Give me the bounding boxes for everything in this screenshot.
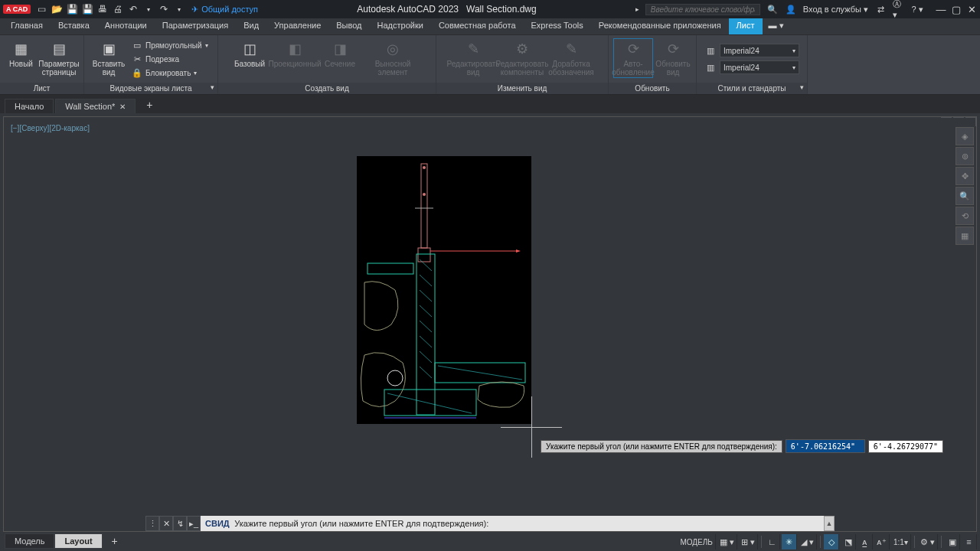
style1-select[interactable]: Imperial24▾: [720, 44, 799, 57]
svg-line-19: [420, 367, 432, 378]
customize-icon[interactable]: ≡: [962, 534, 977, 549]
filetab-start[interactable]: Начало: [5, 99, 54, 113]
nav-bar: ◈ ⊚ ✥ 🔍 ⟲ ▦: [956, 127, 974, 245]
style1-icon: ▥: [704, 44, 717, 57]
cmd-handle-icon[interactable]: ⋮: [145, 516, 159, 531]
help-icon[interactable]: ? ▾: [911, 3, 923, 15]
model-tab[interactable]: Модель: [5, 533, 54, 549]
drawing-area[interactable]: — ▢ ✕ [−][Сверху][2D-каркас]: [3, 116, 977, 532]
layout-tab[interactable]: Layout: [54, 533, 102, 549]
command-line[interactable]: ⋮ ✕ ↯ ▸_ СВИД Укажите первый угол (или н…: [145, 516, 835, 531]
tab-output[interactable]: Вывод: [328, 18, 369, 34]
plot-icon[interactable]: 🖶: [96, 3, 109, 15]
cmd-custom-icon[interactable]: ↯: [173, 516, 187, 531]
zoom-icon[interactable]: 🔍: [956, 187, 974, 205]
tab-annotate[interactable]: Аннотации: [97, 18, 155, 34]
exchange-icon[interactable]: ⇄: [874, 3, 887, 15]
cmd-history-icon[interactable]: ▲: [824, 516, 835, 531]
base-view-button[interactable]: ◫ Базовый: [230, 38, 270, 68]
edit-comp-icon: ⚙: [511, 40, 533, 58]
minimize-button[interactable]: —: [936, 4, 946, 15]
tab-extra[interactable]: ▬ ▾: [763, 18, 790, 34]
tab-collaborate[interactable]: Совместная работа: [431, 18, 524, 34]
rectangular-viewport-button[interactable]: ▭ Прямоугольный ▾: [130, 38, 210, 52]
svg-rect-10: [384, 390, 476, 416]
new-layout-button[interactable]: ▦ Новый: [5, 38, 38, 68]
chevron-down-icon[interactable]: ▾: [142, 3, 155, 15]
page-setup-button[interactable]: ▤ Параметры страницы: [39, 38, 79, 77]
update-view-button: ⟳ Обновить вид: [655, 38, 691, 77]
style2-select[interactable]: Imperial24▾: [720, 60, 799, 74]
new-icon[interactable]: ▭: [35, 3, 47, 15]
scale-button[interactable]: 1:1 ▾: [891, 534, 911, 549]
title: Autodesk AutoCAD 2023 Wall Section.dwg: [258, 4, 635, 15]
open-icon[interactable]: 📂: [51, 3, 63, 15]
expand-icon[interactable]: ▾: [211, 83, 214, 93]
dyn-x-input[interactable]: 6'-7.06216254": [786, 439, 865, 453]
search-arrow-icon: ▸: [635, 5, 639, 13]
space-toggle[interactable]: МОДЕЛЬ: [678, 534, 715, 549]
chevron-down-icon: ▾: [194, 70, 197, 77]
status-bar: МОДЕЛЬ ▦ ▾ ⊞ ▾ ∟ ✳ ◢ ▾ ◇ ⬔ ᴀ̲ ᴀ⁺ 1:1 ▾ ⚙…: [675, 533, 980, 551]
signin-button[interactable]: Вход в службы ▾: [803, 5, 868, 15]
search-icon[interactable]: 🔍: [766, 3, 779, 15]
undo-icon[interactable]: ↶: [127, 3, 139, 15]
add-layout-tab[interactable]: +: [103, 533, 127, 549]
grid-icon[interactable]: ▦ ▾: [717, 534, 737, 549]
app-store-icon[interactable]: Ⓐ ▾: [893, 3, 905, 15]
snap-icon[interactable]: ⊞ ▾: [739, 534, 758, 549]
pan-icon[interactable]: ✥: [956, 167, 974, 185]
save-icon[interactable]: 💾: [66, 3, 78, 15]
chevron-down-icon[interactable]: ▾: [173, 3, 185, 15]
navwheel-icon[interactable]: ⊚: [956, 147, 974, 165]
saveas-icon[interactable]: 💾: [81, 3, 93, 15]
dyn-prompt-text: Укажите первый угол (или нажмите ENTER д…: [541, 440, 782, 453]
filetab-add[interactable]: +: [137, 96, 162, 113]
close-tab-icon[interactable]: ✕: [119, 103, 126, 111]
tab-layout[interactable]: Лист: [729, 18, 763, 34]
expand-icon[interactable]: ▾: [800, 83, 804, 93]
insert-view-button[interactable]: ▣ Вставить вид: [89, 38, 129, 77]
tab-home[interactable]: Главная: [3, 18, 51, 34]
ortho-icon[interactable]: ∟: [765, 534, 780, 549]
rect-icon: ▭: [132, 40, 142, 51]
share-button[interactable]: ✈ Общий доступ: [191, 5, 258, 15]
tab-parametric[interactable]: Параметризация: [155, 18, 236, 34]
clip-viewport-button[interactable]: ✂ Подрезка: [130, 52, 210, 66]
showmotion-icon[interactable]: ▦: [956, 227, 974, 245]
lock-viewport-button[interactable]: 🔒 Блокировать ▾: [130, 66, 210, 80]
polar-icon[interactable]: ✳: [782, 534, 797, 549]
tab-insert[interactable]: Вставка: [51, 18, 97, 34]
gear-icon[interactable]: ⚙ ▾: [918, 534, 938, 549]
dyn-y-input[interactable]: 6'-4.26729077": [868, 440, 943, 453]
ribbon-tabs: Главная Вставка Аннотации Параметризация…: [0, 18, 980, 35]
maximize-button[interactable]: ▢: [951, 4, 962, 15]
annovisible-icon[interactable]: ᴀ̲: [858, 534, 873, 549]
svg-line-21: [387, 393, 472, 413]
osnap-icon[interactable]: ◇: [824, 534, 839, 549]
svg-point-2: [423, 193, 426, 196]
annoscale-icon[interactable]: ⬔: [841, 534, 856, 549]
close-button[interactable]: ✕: [966, 4, 977, 15]
command-input[interactable]: СВИД Укажите первый угол (или нажмите EN…: [201, 516, 824, 531]
search-input[interactable]: [645, 4, 760, 15]
viewport-controls[interactable]: [−][Сверху][2D-каркас]: [11, 124, 90, 132]
cmd-close-icon[interactable]: ✕: [159, 516, 173, 531]
orbit-icon[interactable]: ⟲: [956, 207, 974, 225]
redo-icon[interactable]: ↷: [158, 3, 170, 15]
tab-manage[interactable]: Управление: [266, 18, 328, 34]
filetab-active[interactable]: Wall Section* ✕: [55, 99, 136, 113]
projected-icon: ◧: [284, 40, 305, 58]
annoauto-icon[interactable]: ᴀ⁺: [874, 534, 890, 549]
tab-express[interactable]: Express Tools: [524, 18, 591, 34]
print-icon[interactable]: 🖨: [112, 3, 124, 15]
tab-addins[interactable]: Надстройки: [370, 18, 431, 34]
panel-title-styles: Стили и стандарты▾: [697, 83, 807, 94]
navcube-icon[interactable]: ◈: [956, 127, 974, 145]
iso-icon[interactable]: ◢ ▾: [799, 534, 817, 549]
fullscreen-icon[interactable]: ▣: [945, 534, 960, 549]
svg-line-14: [420, 290, 432, 302]
tab-featured[interactable]: Рекомендованные приложения: [591, 18, 729, 34]
section-icon: ◨: [329, 40, 351, 58]
tab-view[interactable]: Вид: [236, 18, 266, 34]
